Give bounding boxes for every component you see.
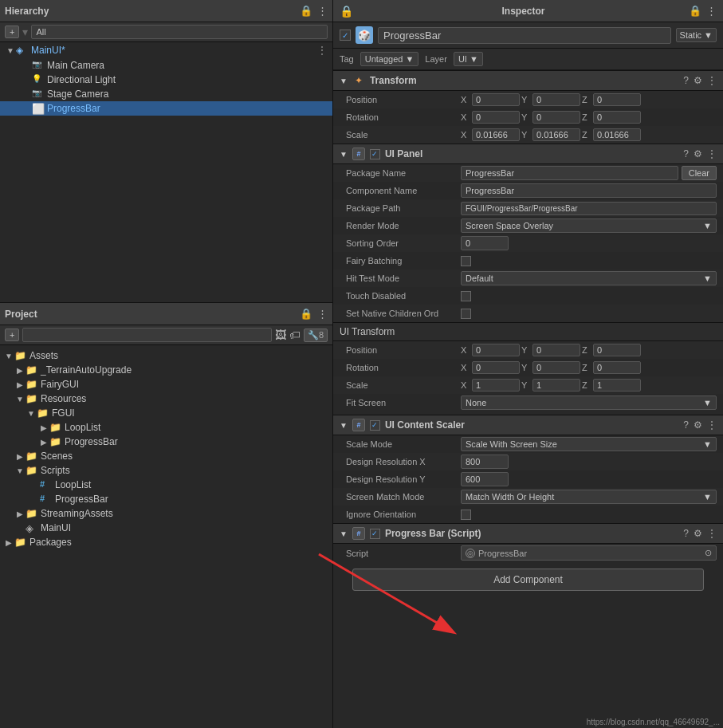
design-res-y-row: Design Resolution Y <box>333 470 723 488</box>
pos-z-input[interactable] <box>593 93 641 106</box>
static-dropdown[interactable]: Static ▼ <box>676 28 717 42</box>
rot-y-input[interactable] <box>532 111 580 124</box>
ui-panel-section-header[interactable]: ▼ # UI Panel ? ⚙ ⋮ <box>333 144 723 164</box>
tag-dropdown[interactable]: Untagged ▼ <box>360 52 419 66</box>
project-badge-icon[interactable]: 🔧8 <box>304 329 328 342</box>
progress-bar-menu-icon[interactable]: ⋮ <box>707 528 717 539</box>
ui-scale-z-input[interactable] <box>593 379 641 392</box>
progressbarcs-icon: # <box>40 494 53 505</box>
mainui-arrow[interactable]: ▼ <box>5 46 16 55</box>
rot-x-input[interactable] <box>472 111 520 124</box>
fit-screen-dropdown[interactable]: None ▼ <box>461 395 717 410</box>
screen-match-dropdown[interactable]: Match Width Or Height ▼ <box>461 490 717 504</box>
project-item-progressbarfolder[interactable]: ▶ 📁 ProgressBar <box>0 435 332 449</box>
object-enabled-checkbox[interactable]: ✓ <box>340 30 351 41</box>
fairy-batching-checkbox[interactable] <box>461 256 471 266</box>
content-scaler-section-header[interactable]: ▼ # UI Content Scaler ? ⚙ ⋮ <box>333 415 723 435</box>
ui-panel-help-icon[interactable]: ? <box>683 148 689 159</box>
hit-test-mode-dropdown[interactable]: Default ▼ <box>461 271 717 285</box>
scale-x-input[interactable] <box>472 128 520 141</box>
progress-bar-settings-icon[interactable]: ⚙ <box>694 528 702 539</box>
project-item-assets[interactable]: ▼ 📁 Assets <box>0 348 332 363</box>
ui-rot-y-input[interactable] <box>532 361 580 374</box>
hierarchy-menu-icon[interactable]: ⋮ <box>317 5 328 17</box>
hierarchy-item-progressbar[interactable]: ⬜ ProgressBar <box>0 101 332 116</box>
design-res-x-input[interactable] <box>461 455 509 469</box>
render-mode-dropdown[interactable]: Screen Space Overlay ▼ <box>461 218 717 233</box>
hierarchy-item-mainui[interactable]: ▼ ◈ MainUI* ⋮ <box>0 42 332 58</box>
project-icon2[interactable]: 🏷 <box>289 329 301 341</box>
layer-dropdown[interactable]: UI ▼ <box>454 52 483 66</box>
pos-x-input[interactable] <box>472 93 520 106</box>
project-item-streamingassets[interactable]: ▶ 📁 StreamingAssets <box>0 506 332 521</box>
scale-y-input[interactable] <box>532 128 580 141</box>
inspector-menu-icon[interactable]: ⋮ <box>706 5 717 17</box>
ui-rot-z-input[interactable] <box>593 361 641 374</box>
project-item-resources[interactable]: ▼ 📁 Resources <box>0 392 332 406</box>
project-search-input[interactable] <box>22 328 271 342</box>
ui-panel-settings-icon[interactable]: ⚙ <box>694 148 702 159</box>
transform-settings-icon[interactable]: ⚙ <box>694 75 702 86</box>
add-component-button[interactable]: Add Component <box>352 569 703 591</box>
hierarchy-search-input[interactable] <box>31 25 328 39</box>
content-scaler-settings-icon[interactable]: ⚙ <box>694 419 702 431</box>
hierarchy-item-stagecamera[interactable]: 📷 Stage Camera <box>0 87 332 101</box>
project-add-btn[interactable]: + <box>5 329 19 341</box>
clear-button[interactable]: Clear <box>682 166 717 180</box>
ui-scale-x-input[interactable] <box>472 379 520 392</box>
project-item-progressbarcs[interactable]: # ProgressBar <box>0 492 332 506</box>
project-lock-icon[interactable]: 🔒 <box>300 308 312 320</box>
hierarchy-item-dirlight[interactable]: 💡 Directional Light <box>0 73 332 87</box>
project-menu-icon[interactable]: ⋮ <box>317 308 328 320</box>
project-item-scripts[interactable]: ▼ 📁 Scripts <box>0 463 332 478</box>
ui-panel-checkbox[interactable] <box>370 149 380 159</box>
project-item-packages[interactable]: ▶ 📁 Packages <box>0 535 332 549</box>
ui-panel-menu-icon[interactable]: ⋮ <box>707 148 717 159</box>
package-path-input[interactable] <box>461 202 717 215</box>
script-ref-picker[interactable]: ⊙ <box>705 548 712 558</box>
project-item-fgui[interactable]: ▼ 📁 FGUI <box>0 406 332 420</box>
script-ref-field[interactable]: ◎ ProgressBar ⊙ <box>461 545 717 561</box>
rot-z-input[interactable] <box>593 111 641 124</box>
design-res-x-label: Design Resolution X <box>346 457 458 466</box>
progress-bar-checkbox[interactable] <box>370 529 380 539</box>
transform-menu-icon[interactable]: ⋮ <box>707 75 717 86</box>
package-name-input[interactable] <box>461 166 678 180</box>
content-scaler-help-icon[interactable]: ? <box>683 419 689 431</box>
project-item-terrain[interactable]: ▶ 📁 _TerrainAutoUpgrade <box>0 363 332 377</box>
project-item-looplist[interactable]: ▶ 📁 LoopList <box>0 420 332 435</box>
progress-bar-help-icon[interactable]: ? <box>683 528 689 539</box>
content-scaler-menu-icon[interactable]: ⋮ <box>707 419 717 431</box>
project-item-scenes[interactable]: ▶ 📁 Scenes <box>0 449 332 463</box>
project-item-mainuiscene[interactable]: ◈ MainUI <box>0 521 332 535</box>
project-item-looplistcs[interactable]: # LoopList <box>0 478 332 492</box>
design-res-y-input[interactable] <box>461 472 509 486</box>
scale-mode-dropdown[interactable]: Scale With Screen Size ▼ <box>461 437 717 451</box>
inspector-body: ✓ 🎲 Static ▼ Tag Untagged ▼ Layer UI ▼ <box>333 22 723 728</box>
touch-disabled-checkbox[interactable] <box>461 291 471 301</box>
project-icon1[interactable]: 🖼 <box>275 329 286 341</box>
inspector-lock-icon[interactable]: 🔒 <box>689 5 701 17</box>
set-native-checkbox[interactable] <box>461 309 471 319</box>
project-item-fairygui[interactable]: ▶ 📁 FairyGUI <box>0 377 332 392</box>
ignore-orientation-checkbox[interactable] <box>461 510 471 520</box>
resources-label: Resources <box>41 393 86 404</box>
ui-pos-y-input[interactable] <box>532 344 580 356</box>
mainui-menu-icon[interactable]: ⋮ <box>316 44 332 57</box>
sorting-order-input[interactable] <box>461 236 509 250</box>
scale-z-input[interactable] <box>593 128 641 141</box>
ui-rot-x-input[interactable] <box>472 361 520 374</box>
transform-help-icon[interactable]: ? <box>683 75 689 86</box>
hierarchy-lock-icon[interactable]: 🔒 <box>300 5 312 17</box>
content-scaler-checkbox[interactable] <box>370 420 380 431</box>
component-name-input[interactable] <box>461 183 717 198</box>
ui-pos-z-input[interactable] <box>593 344 641 356</box>
hierarchy-item-maincamera[interactable]: 📷 Main Camera <box>0 58 332 73</box>
transform-section-header[interactable]: ▼ ✦ Transform ? ⚙ ⋮ <box>333 70 723 91</box>
progress-bar-script-header[interactable]: ▼ # Progress Bar (Script) ? ⚙ ⋮ <box>333 523 723 544</box>
ui-pos-x-input[interactable] <box>472 344 520 356</box>
object-name-field[interactable] <box>378 27 671 44</box>
ui-scale-y-input[interactable] <box>532 379 580 392</box>
hierarchy-add-btn[interactable]: + <box>5 26 19 38</box>
pos-y-input[interactable] <box>532 93 580 106</box>
